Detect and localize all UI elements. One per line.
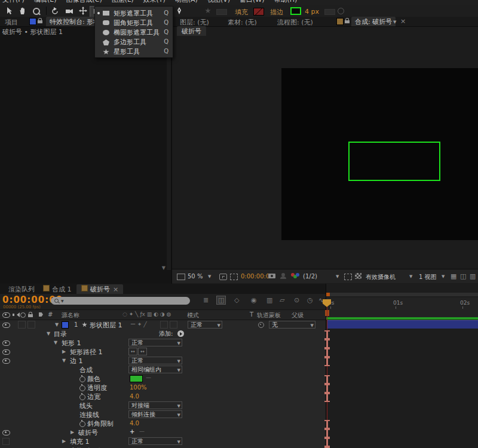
row-label[interactable]: 颜色 xyxy=(87,375,100,383)
views-caret-icon[interactable]: ▼ xyxy=(442,274,445,279)
row-label[interactable]: 线头 xyxy=(79,401,93,410)
comp-tab-caret-icon[interactable]: ▼ xyxy=(393,20,396,24)
timeline-tab-0[interactable]: 渲染队列 xyxy=(4,284,39,294)
twirl-down-icon[interactable]: ▼ xyxy=(47,331,50,336)
visibility-eye-icon[interactable] xyxy=(2,323,10,328)
comp-lock-icon[interactable] xyxy=(345,20,350,23)
twirl-down-icon[interactable]: ▼ xyxy=(62,358,66,363)
camera-tool-icon[interactable] xyxy=(65,7,76,16)
twirl-down-icon[interactable]: ▼ xyxy=(54,340,57,345)
timeline-track-area[interactable]: 0s01s02s xyxy=(326,284,478,448)
keyframe-ibeam-marker[interactable] xyxy=(324,420,330,429)
adjustment-icon[interactable]: ▥ xyxy=(266,296,272,304)
keyframe-ibeam-marker[interactable] xyxy=(324,348,330,357)
source-name-column-header[interactable]: 源名称 xyxy=(62,311,79,320)
snapshot-camera-icon[interactable] xyxy=(268,274,275,278)
menu-item-5[interactable]: 动画(A) xyxy=(175,0,198,4)
twirl-right-icon[interactable]: ▶ xyxy=(62,349,66,354)
zoom-caret-icon[interactable]: ▼ xyxy=(208,274,211,279)
twirl-right-icon[interactable]: ▶ xyxy=(71,429,74,435)
resolution-caret-icon[interactable]: ▼ xyxy=(336,274,339,279)
menu-item-rrect-tool[interactable]: 圆角矩形工具Q xyxy=(95,18,173,27)
menu-item-ellipse-tool[interactable]: 椭圆形遮罩工具Q xyxy=(95,27,173,37)
resolution-value[interactable]: (1/2) xyxy=(303,273,317,280)
panel-label-square[interactable] xyxy=(29,18,36,25)
keyframe-ibeam-marker[interactable] xyxy=(324,330,330,339)
menu-item-2[interactable]: 图像合成(C) xyxy=(66,0,102,4)
tab-flowchart[interactable]: 流程图: (无) xyxy=(277,18,313,27)
menu-item-8[interactable]: 帮助(H) xyxy=(274,0,297,4)
mode-dropdown[interactable]: 正常▼ xyxy=(128,357,182,364)
view-layout-value[interactable]: 1 视图 xyxy=(419,273,437,281)
parent-dropdown[interactable]: 无▼ xyxy=(269,321,315,329)
zoom-level-value[interactable]: 50 % xyxy=(188,273,203,280)
layer-mode-dropdown[interactable]: 正常▼ xyxy=(188,321,222,329)
keyframe-ibeam-marker[interactable] xyxy=(324,393,330,402)
tab-layer[interactable]: 图层: (无) xyxy=(180,18,209,27)
timeline-tab-2[interactable]: 破折号× xyxy=(76,284,123,294)
timeline-navigator[interactable] xyxy=(326,293,478,296)
row-label[interactable]: 透明度 xyxy=(87,383,107,392)
visibility-eye-icon[interactable] xyxy=(2,349,10,355)
row-label[interactable]: 连接线 xyxy=(79,410,99,419)
row-label[interactable]: 矩形路径 1 xyxy=(70,348,103,357)
histogram-icon[interactable]: ▥ xyxy=(470,272,476,280)
solo-column-icon[interactable] xyxy=(20,312,26,318)
property-dropdown[interactable]: 倾斜连接▼ xyxy=(128,410,182,418)
fill-color-swatch[interactable] xyxy=(253,8,264,16)
zoom-tool-icon[interactable] xyxy=(33,8,44,17)
trkmat-t-header[interactable]: T xyxy=(250,311,253,318)
pan-behind-tool-icon[interactable] xyxy=(79,7,90,16)
row-label[interactable]: 矩形 1 xyxy=(62,339,81,348)
visibility-eye-icon[interactable] xyxy=(2,340,10,346)
navigator-cti[interactable] xyxy=(326,293,330,296)
add-dash-button[interactable]: + xyxy=(130,428,134,435)
fill-label[interactable]: 填充 xyxy=(235,8,248,17)
stroke-color-swatch[interactable] xyxy=(290,7,301,15)
timeline-tab-1[interactable]: 合成 1 xyxy=(38,284,76,294)
index-column-header[interactable]: # xyxy=(48,311,53,318)
left-panel-scrollbar[interactable] xyxy=(167,37,171,270)
keyframe-ibeam-marker[interactable] xyxy=(324,339,330,348)
property-value[interactable]: 4.0 xyxy=(130,420,139,426)
motion-blur-icon[interactable]: ◉ xyxy=(251,296,257,304)
brush-option-icon[interactable] xyxy=(216,9,227,15)
tab-composition[interactable]: 合成: 破折号 xyxy=(351,17,396,26)
transparency-grid-icon[interactable] xyxy=(355,273,361,279)
twirl-down-icon[interactable]: ▼ xyxy=(55,322,59,327)
menu-items[interactable]: 文件(F)编辑(E)图像合成(C)图层(L)效果(T)动画(A)视图(V)窗口(… xyxy=(2,0,307,4)
stroke-label[interactable]: 描边 xyxy=(270,8,283,17)
row-label[interactable]: 填充 1 xyxy=(70,437,90,446)
row-label[interactable]: 斜角限制 xyxy=(87,419,114,428)
menu-item-star-tool[interactable]: 星形工具Q xyxy=(95,47,173,56)
menu-item-3[interactable]: 图层(L) xyxy=(112,0,134,4)
layer-duration-bar[interactable] xyxy=(327,320,478,329)
visibility-eye-icon[interactable] xyxy=(2,430,10,435)
layer-label-square[interactable] xyxy=(62,321,69,329)
draft-3d-icon[interactable]: ◇ xyxy=(234,296,239,304)
rotate-tool-icon[interactable] xyxy=(51,7,62,16)
property-dropdown[interactable]: 相同编组内▼ xyxy=(128,366,182,373)
video-column-eye-icon[interactable] xyxy=(2,312,10,318)
lock-column-icon[interactable] xyxy=(28,314,33,317)
frame-blend-icon[interactable]: ◫ xyxy=(216,296,226,305)
add-menu-button[interactable] xyxy=(177,330,184,337)
auto-keyframe-icon[interactable]: ◷ xyxy=(307,296,313,304)
path-direction-icon[interactable]: ↔ xyxy=(138,348,147,355)
row-label[interactable]: 边 1 xyxy=(70,357,83,366)
row-label[interactable]: 目录 xyxy=(54,330,67,339)
stopwatch-icon[interactable] xyxy=(79,376,85,382)
selection-tool-icon[interactable] xyxy=(5,7,16,16)
parent-column-header[interactable]: 父级 xyxy=(292,311,304,320)
comp-tab-close-icon[interactable]: × xyxy=(400,17,406,25)
stopwatch-icon[interactable] xyxy=(79,394,85,400)
menu-item-0[interactable]: 文件(F) xyxy=(2,0,24,4)
row-label[interactable]: 边宽 xyxy=(87,392,100,401)
mode-column-header[interactable]: 模式 xyxy=(187,311,199,320)
comp-name-subtab[interactable]: 破折号 xyxy=(177,26,206,36)
lock-icon[interactable] xyxy=(38,20,42,23)
property-dropdown[interactable]: 对接端▼ xyxy=(128,401,182,409)
property-value[interactable]: 4.0 xyxy=(130,393,139,400)
comp-label-square[interactable] xyxy=(336,18,344,25)
menu-item-1[interactable]: 编辑(E) xyxy=(34,0,57,4)
